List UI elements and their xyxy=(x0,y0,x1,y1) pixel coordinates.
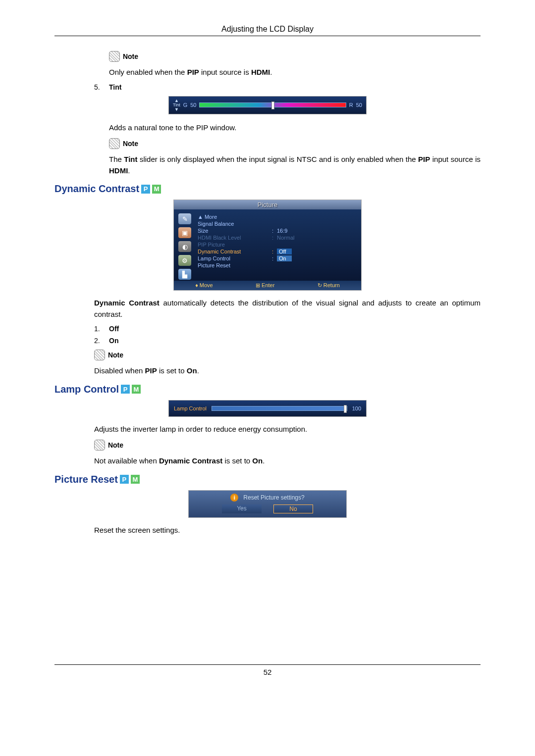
tint-r-value: 50 xyxy=(356,102,362,108)
note-block-dc: Note Disabled when PIP is set to On. xyxy=(94,350,481,377)
badge-m-icon: M xyxy=(152,185,161,194)
reset-question: Reset Picture settings? xyxy=(243,494,304,501)
osd-hdmi-black-value: Normal xyxy=(277,235,294,241)
tint-g-value: 50 xyxy=(190,102,196,108)
badge-m-icon: M xyxy=(131,475,140,484)
tint-r-label: R xyxy=(349,102,353,108)
tint-slider-panel: ▲Tint▼ G 50 R 50 xyxy=(168,96,367,114)
note-block-1: Note Only enabled when the PIP input sou… xyxy=(109,51,481,78)
note-text-pip-on: Disabled when PIP is set to On. xyxy=(94,366,199,375)
section-title-picture-reset: Picture Reset P M xyxy=(54,474,481,485)
osd-signal-balance[interactable]: Signal Balance xyxy=(198,221,272,227)
note-icon xyxy=(109,51,120,62)
note-label: Note xyxy=(108,351,123,359)
reset-yes-button[interactable]: Yes xyxy=(222,504,262,513)
osd-lamp-value: On xyxy=(277,255,292,261)
badge-p-icon: P xyxy=(141,185,150,194)
list-item-2-on: 2. On xyxy=(94,337,481,345)
note-label: Note xyxy=(108,441,123,449)
osd-footer-enter: ⊞ Enter xyxy=(256,282,274,289)
osd-picture-menu: Picture ✎ ▣ ◐ ⚙ ▙ ▲ More Signal Balance … xyxy=(173,200,362,291)
dc-description: Dynamic Contrast automatically detects t… xyxy=(94,298,481,320)
lamp-description: Adjusts the inverter lamp in order to re… xyxy=(94,424,481,435)
reset-description: Reset the screen settings. xyxy=(94,525,481,536)
section-title-dynamic-contrast: Dynamic Contrast P M xyxy=(54,183,481,195)
time-icon: ◐ xyxy=(178,241,191,252)
osd-footer: ♦ Move ⊞ Enter ↻ Return xyxy=(174,281,361,290)
reset-dialog: i Reset Picture settings? Yes No xyxy=(188,490,347,518)
tint-slider-track[interactable] xyxy=(199,102,346,107)
note-label: Note xyxy=(123,140,138,148)
lamp-value: 100 xyxy=(352,405,361,411)
tint-g-label: G xyxy=(183,102,188,108)
osd-size-value: 16:9 xyxy=(277,228,287,234)
setup-icon: ⚙ xyxy=(178,255,191,266)
list-item-1-off: 1. Off xyxy=(94,325,481,333)
osd-hdmi-black: HDMI Black Level xyxy=(198,235,272,241)
osd-dynamic-contrast[interactable]: Dynamic Contrast xyxy=(198,249,272,254)
note-text-tint: The Tint slider is only displayed when t… xyxy=(109,155,481,175)
reset-no-button[interactable]: No xyxy=(273,504,313,513)
list-number: 5. xyxy=(94,83,109,91)
osd-picture-reset[interactable]: Picture Reset xyxy=(198,262,272,268)
tint-arrows-icon: ▲Tint▼ xyxy=(173,99,180,112)
tint-description: Adds a natural tone to the PIP window. xyxy=(109,122,481,134)
badge-p-icon: P xyxy=(121,385,130,394)
page-footer: 52 xyxy=(54,664,481,676)
section-title-lamp-control: Lamp Control P M xyxy=(54,384,481,395)
tools-icon: ▙ xyxy=(178,269,191,280)
note-icon xyxy=(94,350,105,360)
note-icon xyxy=(94,440,105,451)
page-header: Adjusting the LCD Display xyxy=(54,25,481,36)
osd-title: Picture xyxy=(174,200,361,209)
picture-mode-icon: ✎ xyxy=(178,213,191,224)
list-label-tint: Tint xyxy=(109,83,121,91)
osd-sidebar-icons: ✎ ▣ ◐ ⚙ ▙ xyxy=(176,213,194,280)
tint-description-block: Adds a natural tone to the PIP window. N… xyxy=(109,122,481,177)
lamp-slider-thumb[interactable] xyxy=(344,405,347,413)
info-icon: i xyxy=(230,494,238,502)
note-label: Note xyxy=(123,52,138,60)
osd-pip-picture: PIP Picture xyxy=(198,242,272,248)
list-label-on: On xyxy=(109,337,118,345)
lamp-slider-track[interactable] xyxy=(212,406,347,411)
dc-description-block: Dynamic Contrast automatically detects t… xyxy=(94,298,481,320)
list-number: 1. xyxy=(94,325,109,333)
osd-lamp-control[interactable]: Lamp Control xyxy=(198,255,272,261)
lamp-control-panel: Lamp Control 100 xyxy=(168,400,367,417)
note-icon xyxy=(109,138,120,149)
osd-size[interactable]: Size xyxy=(198,228,272,234)
lamp-label: Lamp Control xyxy=(174,405,207,411)
note-text-dc-on: Not available when Dynamic Contrast is s… xyxy=(94,456,265,465)
note-text-1: Only enabled when the PIP input source i… xyxy=(109,68,272,76)
badge-p-icon: P xyxy=(120,475,129,484)
lamp-description-block: Adjusts the inverter lamp in order to re… xyxy=(94,424,481,467)
picture-icon: ▣ xyxy=(178,227,191,238)
list-item-5-tint: 5. Tint xyxy=(94,83,481,91)
badge-m-icon: M xyxy=(132,385,141,394)
osd-more[interactable]: ▲ More xyxy=(198,214,272,220)
osd-footer-move: ♦ Move xyxy=(195,282,213,289)
list-number: 2. xyxy=(94,337,109,345)
tint-slider-thumb[interactable] xyxy=(271,101,274,109)
osd-footer-return: ↻ Return xyxy=(318,282,340,289)
osd-dc-value: Off xyxy=(277,249,292,254)
list-label-off: Off xyxy=(109,325,119,333)
